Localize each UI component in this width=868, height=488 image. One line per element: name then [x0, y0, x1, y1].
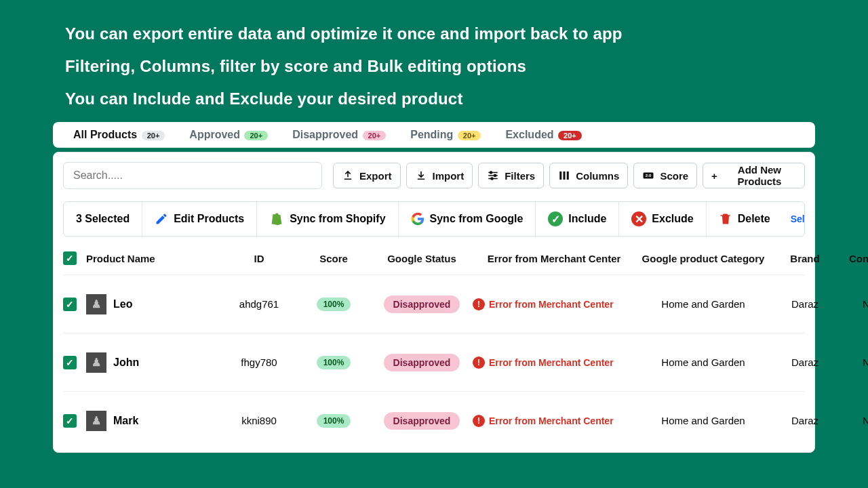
svg-point-1: [494, 175, 496, 177]
table-row: ✓ ♟ Mark kkni890 100% Disapproved ! Erro…: [63, 391, 805, 449]
button-label: Sync from Google: [430, 213, 524, 225]
product-name: John: [113, 357, 139, 369]
svg-point-2: [491, 178, 493, 180]
product-category: Home and Garden: [635, 298, 771, 310]
tab-label: Disapproved: [292, 129, 358, 140]
google-status-pill: Disapproved: [384, 296, 460, 313]
include-button[interactable]: ✓ Include: [536, 202, 619, 236]
product-name: Leo: [113, 298, 132, 310]
selected-count-label: 3 Selected: [76, 213, 130, 225]
import-button[interactable]: Import: [406, 163, 473, 188]
product-brand: Daraz: [771, 298, 839, 310]
product-condition: New: [839, 415, 868, 426]
product-category: Home and Garden: [635, 357, 771, 368]
exclude-button[interactable]: ✕ Exclude: [619, 202, 706, 236]
svg-text:2:0: 2:0: [646, 174, 652, 178]
tab-pending[interactable]: Pending 20+: [410, 129, 481, 141]
tab-approved[interactable]: Approved 20+: [189, 129, 268, 141]
google-status-pill: Disapproved: [384, 354, 460, 371]
score-pill: 100%: [317, 298, 351, 311]
error-icon: !: [473, 357, 485, 369]
error-text: Error from Merchant Center: [489, 357, 614, 368]
tab-disapproved[interactable]: Disapproved 20+: [292, 129, 386, 141]
export-button[interactable]: Export: [333, 163, 401, 188]
selected-count: 3 Selected: [64, 202, 142, 236]
tab-excluded[interactable]: Excluded 20+: [505, 129, 581, 141]
x-circle-icon: ✕: [631, 211, 646, 226]
col-brand: Brand: [771, 253, 839, 264]
delete-button[interactable]: Delete: [707, 202, 783, 236]
tab-all-products[interactable]: All Products 20+: [73, 129, 165, 141]
row-checkbox[interactable]: ✓: [63, 298, 77, 311]
col-score: Score: [296, 253, 371, 264]
row-checkbox[interactable]: ✓: [63, 356, 77, 369]
product-thumbnail: ♟: [86, 294, 106, 314]
button-label: Include: [568, 213, 606, 225]
score-pill: 100%: [317, 414, 351, 428]
tab-label: Pending: [410, 129, 453, 140]
pencil-icon: [155, 212, 168, 226]
sync-from-google-button[interactable]: Sync from Google: [399, 202, 536, 236]
svg-point-0: [490, 171, 492, 174]
product-brand: Daraz: [771, 357, 839, 368]
col-google-status: Google Status: [371, 253, 473, 264]
check-circle-icon: ✓: [548, 211, 563, 226]
select-all-link[interactable]: Select All 50+ products: [783, 214, 805, 224]
tab-badge: 20+: [458, 131, 481, 140]
svg-rect-5: [567, 171, 569, 180]
product-thumbnail: ♟: [86, 411, 106, 431]
google-icon: [411, 212, 425, 226]
score-pill: 100%: [317, 356, 351, 369]
tab-badge: 20+: [142, 131, 165, 140]
tab-badge: 20+: [363, 131, 387, 140]
error-icon: !: [473, 415, 485, 427]
product-condition: New: [839, 298, 868, 310]
product-id: fhgy780: [222, 357, 296, 368]
tab-label: All Products: [73, 129, 137, 140]
svg-rect-4: [564, 171, 566, 180]
tab-label: Approved: [189, 129, 240, 140]
shopify-icon: [269, 211, 284, 226]
product-condition: New: [839, 357, 868, 368]
button-label: Import: [433, 170, 465, 182]
upload-icon: [342, 169, 354, 182]
button-label: Delete: [738, 213, 770, 225]
search-input[interactable]: [63, 162, 322, 189]
error-text: Error from Merchant Center: [489, 415, 614, 426]
product-thumbnail: ♟: [86, 352, 106, 373]
edit-products-button[interactable]: Edit Products: [142, 202, 257, 236]
table-row: ✓ ♟ Leo ahdg761 100% Disapproved ! Error…: [63, 274, 805, 333]
col-category: Google product Category: [635, 253, 771, 264]
tab-label: Excluded: [505, 129, 553, 140]
trash-icon: [719, 212, 732, 226]
product-category: Home and Garden: [635, 415, 771, 426]
product-panel: Export Import Filters Columns 2:0 Score …: [53, 152, 815, 453]
button-label: Add New Products: [723, 164, 796, 187]
scoreboard-icon: 2:0: [642, 169, 654, 182]
score-button[interactable]: 2:0 Score: [633, 163, 697, 188]
col-id: ID: [222, 253, 296, 264]
select-all-checkbox[interactable]: ✓: [63, 251, 77, 265]
table-row: ✓ ♟ John fhgy780 100% Disapproved ! Erro…: [63, 333, 805, 391]
google-status-pill: Disapproved: [384, 412, 460, 430]
plus-icon: +: [711, 170, 717, 182]
header-line-1: You can export entire data and optimize …: [65, 24, 803, 43]
row-checkbox[interactable]: ✓: [63, 414, 77, 428]
sync-from-shopify-button[interactable]: Sync from Shopify: [257, 202, 398, 236]
product-brand: Daraz: [771, 415, 839, 426]
tab-bar: All Products 20+ Approved 20+ Disapprove…: [53, 122, 815, 148]
button-label: Edit Products: [174, 213, 244, 225]
tab-badge: 20+: [558, 131, 582, 140]
filters-button[interactable]: Filters: [478, 163, 544, 188]
button-label: Filters: [505, 170, 535, 182]
columns-button[interactable]: Columns: [549, 163, 628, 188]
add-new-products-button[interactable]: + Add New Products: [703, 163, 805, 188]
download-icon: [415, 169, 427, 182]
svg-rect-3: [559, 171, 561, 180]
product-id: kkni890: [222, 415, 296, 426]
error-icon: !: [473, 298, 485, 310]
error-text: Error from Merchant Center: [489, 299, 614, 310]
header-line-3: You can Include and Exclude your desired…: [65, 89, 803, 108]
product-id: ahdg761: [222, 298, 296, 310]
button-label: Exclude: [652, 213, 693, 225]
